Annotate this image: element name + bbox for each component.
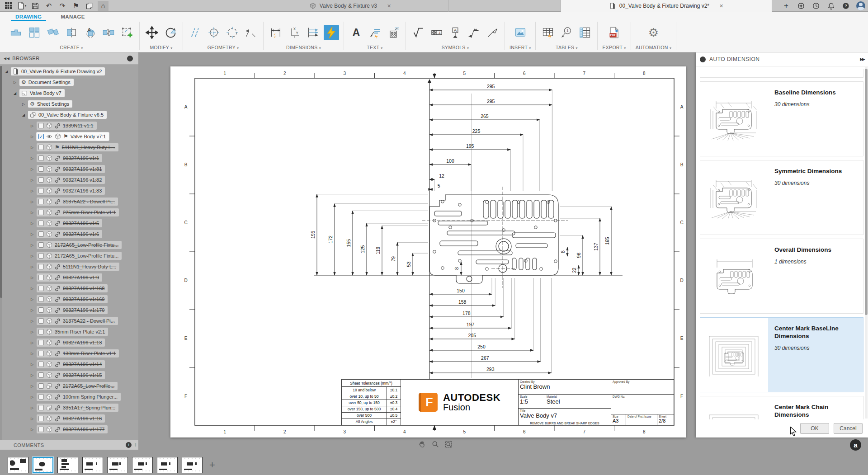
expand-node-icon[interactable]: ▷ [29,135,35,139]
component-row[interactable]: 2172A65_Low-Profile Fixtu... [37,241,122,249]
auxiliary-view-icon[interactable] [45,25,61,40]
collapse-node-icon[interactable]: ◢ [21,113,26,117]
rotate-icon[interactable] [163,25,178,40]
expand-node-icon[interactable]: ▷ [29,330,35,334]
visibility-checkbox[interactable] [38,416,44,421]
ribbon-group-label[interactable]: AUTOMATION ▾ [636,43,672,50]
ribbon-group-label[interactable]: SYMBOLS ▾ [442,43,469,50]
sheet-tab-8[interactable] [182,457,203,473]
expand-node-icon[interactable]: ▷ [12,80,18,85]
drawing-canvas[interactable]: 1122334455667788AABBCCDDEEFF295295265225… [0,52,868,455]
tab-drawing[interactable]: DRAWING [14,14,43,19]
visibility-checkbox[interactable] [38,177,44,183]
expand-node-icon[interactable]: ▷ [29,428,35,432]
visibility-checkbox[interactable] [38,394,44,400]
sheet-tab-4[interactable] [82,457,103,473]
ribbon-group-label[interactable]: DIMENSIONS ▾ [286,43,321,50]
panel-scrollbar[interactable] [865,67,868,419]
close-tab-icon[interactable]: ✕ [387,3,391,9]
visibility-checkbox[interactable] [38,427,44,432]
export-pdf-icon[interactable]: PDF [607,25,622,40]
copy-icon[interactable] [84,1,95,11]
centerline-icon[interactable] [188,25,203,40]
expand-node-icon[interactable]: ▷ [29,232,35,236]
ribbon-group-label[interactable]: INSERT ▾ [509,43,531,50]
app-grid-icon[interactable] [3,1,14,11]
bend-table-icon[interactable] [577,25,593,40]
browser-item-document-settings[interactable]: ⚙Document Settings [19,79,74,86]
expand-node-icon[interactable]: ▷ [29,265,35,269]
flag-icon[interactable]: ⚑ [71,1,81,11]
expand-node-icon[interactable]: ▷ [29,395,35,399]
visibility-checkbox[interactable] [38,242,44,248]
browser-root-item[interactable]: 00_Valve Body & Fixture Drawing v2 [11,67,105,75]
assistant-icon[interactable]: a [850,439,861,451]
automation-gear-icon[interactable]: ⚙ [646,25,661,40]
component-row[interactable]: 31375A22 - Dowell Pi... [37,198,118,206]
expand-node-icon[interactable]: ▷ [29,211,35,215]
notifications-bell-icon[interactable] [826,1,835,11]
component-row[interactable]: 90327A196 v1:15 [37,371,105,379]
center-mark-icon[interactable] [206,25,222,40]
create-sketch-icon[interactable] [119,25,135,40]
ribbon-group-label[interactable]: GEOMETRY ▾ [208,43,239,50]
expand-node-icon[interactable]: ▷ [29,156,35,160]
visibility-checkbox[interactable] [38,372,44,378]
section-view-icon[interactable] [64,25,79,40]
expand-node-icon[interactable]: ▷ [29,221,35,226]
add-comment-icon[interactable]: + [126,442,132,448]
visibility-checkbox[interactable] [38,351,44,356]
component-row[interactable]: 90327A196 v1:82 [37,176,105,184]
component-row[interactable]: ✓⚑Valve Body v7:1 [37,132,109,141]
document-tab-valve-body-fixture[interactable]: Valve Body & Fixture v3 ✕ [252,0,449,12]
visibility-checkbox[interactable] [38,210,44,215]
component-row[interactable]: 90327A196 v1:81 [37,165,105,173]
pan-icon[interactable] [418,440,426,448]
expand-node-icon[interactable]: ▷ [21,102,26,106]
datum-identifier-icon[interactable]: A [448,25,463,40]
component-row[interactable]: 35mm Riser Plate v2:1 [37,328,108,336]
auto-dimension-card-center-mark-baseline-dimensions[interactable]: Center Mark BaseLine Dimensions30 dimens… [700,317,863,392]
expand-node-icon[interactable]: ▷ [29,341,35,345]
component-row[interactable]: 31375A22 - Dowell Pi... [37,317,118,325]
ok-button[interactable]: OK [800,423,829,434]
visibility-checkbox[interactable] [38,275,44,280]
component-row[interactable]: ⚑5111N1_Heavy Duty L... [37,143,118,151]
edge-extension-icon[interactable] [243,25,259,40]
break-view-icon[interactable] [101,25,116,40]
auto-dimension-card-overall-dimensions[interactable]: Overall Dimensions1 dimensions [700,239,863,314]
leader-text-icon[interactable] [367,25,382,40]
expand-node-icon[interactable]: ▷ [29,200,35,204]
minimize-panel-icon[interactable]: − [700,56,706,62]
component-row[interactable]: 225mm Riser Plate v1:1 [37,208,119,216]
expand-node-icon[interactable]: ▷ [29,308,35,312]
balloon-icon[interactable]: 1 [559,25,574,40]
component-row[interactable]: 90327A196 v1:169 [37,295,108,303]
component-row[interactable]: 90327A196 v1:5 [37,219,102,227]
sheet-tab-5[interactable] [107,457,128,473]
visibility-checkbox[interactable] [38,221,44,226]
sheet-tab-3[interactable] [57,457,78,473]
expand-node-icon[interactable]: ▷ [29,287,35,291]
tab-manage[interactable]: MANAGE [59,14,87,19]
visibility-checkbox[interactable] [38,405,44,410]
component-row[interactable]: 2172A65_Low-Profile Fixtu... [37,252,122,260]
expand-node-icon[interactable]: ▷ [29,243,35,247]
expand-node-icon[interactable]: ▷ [29,362,35,367]
table-icon[interactable] [540,25,556,40]
component-row[interactable]: 90327A196 v1:16 [37,414,105,423]
fit-icon[interactable] [444,440,453,448]
visibility-checkbox[interactable] [38,123,44,128]
browser-item-00-valve-body-fixture-v6-5[interactable]: 00_Valve Body & Fixture v6:5 [28,111,107,119]
visibility-checkbox[interactable] [38,166,44,172]
component-row[interactable]: 2172A65_Low-Profile... [37,382,118,390]
component-row[interactable]: 1339N11 v1:1 [37,122,97,130]
collapse-node-icon[interactable]: ◢ [4,70,9,74]
visibility-checkbox[interactable] [38,231,44,237]
add-sheet-button[interactable]: + [209,460,215,470]
visibility-checkbox[interactable] [38,383,44,389]
sheet-tab-6[interactable] [132,457,153,473]
surface-texture-icon[interactable] [410,25,426,40]
feature-control-frame-icon[interactable]: .1 [429,25,444,40]
visibility-checkbox[interactable] [38,199,44,204]
